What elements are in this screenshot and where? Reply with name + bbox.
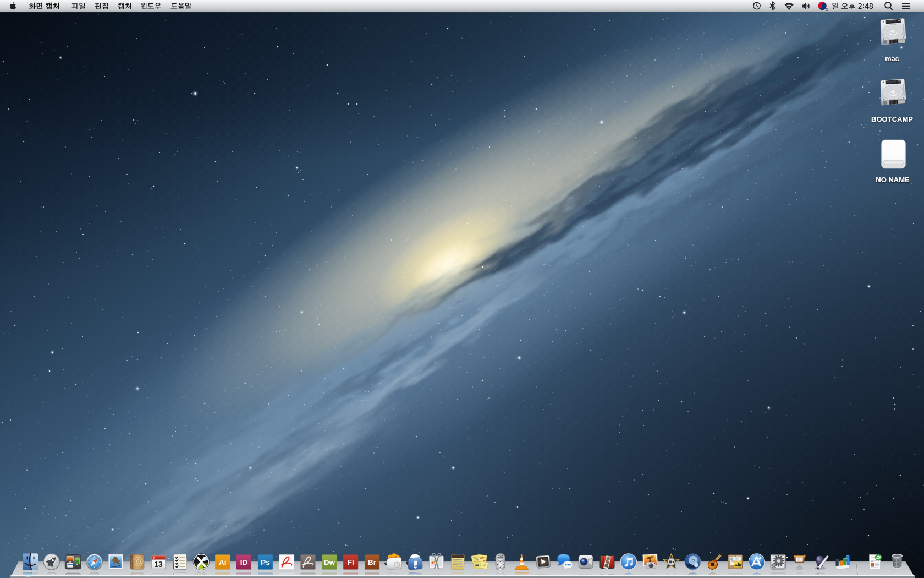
svg-text:ID: ID [240,558,248,566]
svg-text:DVD: DVD [498,555,503,558]
svg-text:mac: mac [885,54,899,63]
svg-text:Fl: Fl [348,558,354,566]
svg-text:Dw: Dw [324,558,336,566]
svg-text:Ps: Ps [261,558,270,566]
svg-text:BOOTCAMP: BOOTCAMP [871,115,913,123]
svg-text:2: 2 [826,8,828,12]
svg-text:Ai: Ai [219,558,227,566]
svg-text:13: 13 [154,560,163,569]
svg-text:NO NAME: NO NAME [876,176,910,184]
svg-text:Br: Br [368,558,377,566]
